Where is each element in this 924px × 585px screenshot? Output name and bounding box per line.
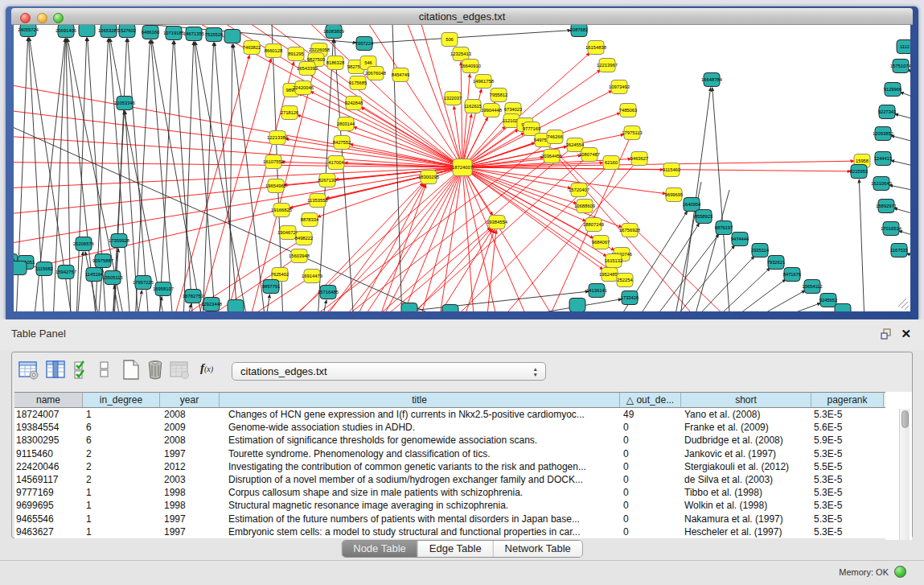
table-cell[interactable]: Estimation of significance thresholds fo… [220,434,620,447]
table-cell[interactable]: 5.6E-5 [811,421,884,434]
table-cell[interactable]: 1 [83,513,160,525]
graph-edge[interactable] [462,229,495,311]
table-cell[interactable]: 0 [620,447,681,460]
graph-node[interactable] [569,299,585,312]
table-row[interactable]: 1456911722003Disruption of a novel membe… [14,473,885,486]
table-cell[interactable]: 0 [620,434,681,447]
table-cell[interactable]: 1 [83,408,160,421]
table-cell[interactable]: 2 [83,447,160,460]
table-cell[interactable]: 49 [620,408,681,421]
graph-edge[interactable] [135,40,150,311]
table-cell[interactable]: 0 [620,421,681,434]
graph-node[interactable] [79,25,95,37]
delete-table-icon[interactable] [170,360,191,381]
graph-edge[interactable] [461,62,462,167]
table-cell[interactable]: 5.3E-5 [811,513,884,525]
graph-edge[interactable] [454,106,462,167]
graph-edge[interactable] [712,268,770,311]
table-cell[interactable]: 5.3E-5 [811,525,884,538]
row-select-icon[interactable] [73,360,91,381]
column-header-title[interactable]: title [220,393,620,407]
table-cell[interactable]: 22420046 [14,460,83,473]
table-cell[interactable]: Embryonic stem cells: a model to study s… [220,525,620,538]
graph-edge[interactable] [635,223,700,311]
table-cell[interactable]: 0 [620,460,681,473]
graph-edge[interactable] [358,167,462,311]
table-row[interactable]: 969969511998Structural magnetic resonanc… [14,499,885,512]
graph-edge[interactable] [175,41,193,311]
graph-edge[interactable] [14,122,450,311]
table-cell[interactable]: 14569117 [14,473,83,486]
table-cell[interactable]: 2008 [160,408,220,421]
table-cell[interactable]: Franke et al. (2009) [681,421,811,434]
graph-edge[interactable] [692,256,754,311]
table-cell[interactable]: 1998 [160,486,220,499]
graph-edge[interactable] [889,185,910,192]
table-cell[interactable]: 9463627 [14,525,83,538]
table-cell[interactable]: 0 [620,513,681,525]
table-cell[interactable]: 9777169 [14,486,83,499]
graph-node[interactable] [224,30,240,43]
table-cell[interactable]: 1997 [160,513,220,525]
table-row[interactable]: 2242004622012Investigating the contribut… [14,460,885,473]
table-cell[interactable]: 9699695 [14,499,83,512]
graph-node[interactable] [442,305,458,312]
table-cell[interactable]: 5.3E-5 [811,447,884,460]
graph-edge[interactable] [894,208,910,216]
graph-edge[interactable] [899,231,910,238]
table-cell[interactable]: Yano et al. (2008) [681,408,811,421]
table-cell[interactable]: 2008 [160,434,220,447]
table-cell[interactable]: 18724007 [14,408,83,421]
table-cell[interactable]: 0 [620,525,681,538]
table-cell[interactable]: Changes of HCN gene expression and I(f) … [220,408,620,421]
table-cell[interactable]: 6 [83,434,160,447]
graph-edge[interactable] [713,88,730,311]
float-panel-icon[interactable] [881,328,892,340]
table-cell[interactable]: 1997 [160,525,220,538]
table-cell[interactable]: Dudbridge et al. (2008) [681,434,811,447]
table-cell[interactable]: Corpus callosum shape and size in male p… [220,486,620,499]
tab-node-table[interactable]: Node Table [342,541,418,557]
column-header-name[interactable]: name [14,393,83,407]
column-header-in_degree[interactable]: in_degree [83,393,160,407]
table-cell[interactable]: 5.3E-5 [811,408,884,421]
unselect-icon[interactable] [98,360,111,381]
table-cell[interactable]: 0 [620,486,681,499]
graph-edge[interactable] [195,42,248,311]
trash-icon[interactable] [146,360,166,381]
function-icon[interactable]: f(x) [200,361,213,375]
table-cell[interactable]: Nakamura et al. (1997) [681,513,811,525]
table-cell[interactable]: Tibbo et al. (1998) [681,486,811,499]
table-cell[interactable]: 2009 [160,421,220,434]
table-row[interactable]: 1872400712008Changes of HCN gene express… [14,408,885,421]
table-cell[interactable]: 1998 [160,499,220,512]
graph-edge[interactable] [298,93,462,167]
table-cell[interactable]: Structural magnetic resonance image aver… [220,499,620,512]
table-cell[interactable]: Estimation of the future numbers of pati… [220,513,620,525]
graph-edge[interactable] [378,184,426,311]
graph-node[interactable] [401,303,417,312]
table-row[interactable]: 1938455462009Genome-wide association stu… [14,421,885,434]
table-cell[interactable]: Investigating the contribution of common… [220,460,620,473]
table-row[interactable]: 946362711997Embryonic stem cells: a mode… [14,525,885,538]
table-cell[interactable]: 18300295 [14,434,83,447]
graph-edge[interactable] [298,115,462,167]
table-cell[interactable]: Wolkin et al. (1998) [681,499,811,512]
table-cell[interactable]: 2003 [160,473,220,486]
graph-edge[interactable] [187,304,191,311]
graph-edge[interactable] [338,156,552,311]
table-cell[interactable]: 5.3E-5 [811,473,884,486]
graph-edge[interactable] [265,295,269,311]
table-cell[interactable]: 6 [83,421,160,434]
table-cell[interactable]: de Silva et al. (2003) [681,473,811,486]
table-cell[interactable]: Hescheler et al. (1997) [681,525,811,538]
graph-edge[interactable] [462,167,474,311]
window-titlebar[interactable]: citations_edges.txt [11,8,913,25]
table-cell[interactable]: 9115460 [14,447,83,460]
table-select-dropdown[interactable]: citations_edges.txt ▲▼ [232,362,546,381]
table-cell[interactable]: Stergiakouli et al. (2012) [681,460,811,473]
column-header-out_de[interactable]: △ out_de... [620,393,681,407]
table-cell[interactable]: 1 [83,499,160,512]
table-row[interactable]: 946554611997Estimation of the future num… [14,513,885,525]
table-cell[interactable]: Genome-wide association studies in ADHD. [220,421,620,434]
